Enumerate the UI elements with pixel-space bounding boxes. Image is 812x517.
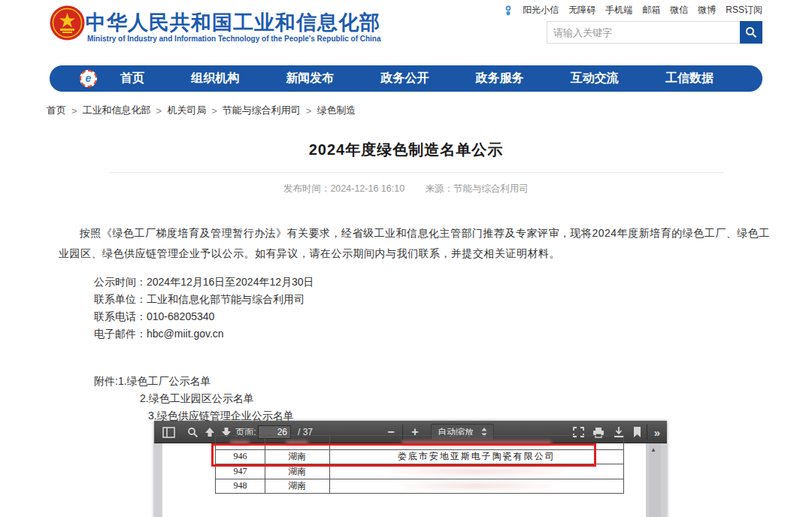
crumb-green-manufacturing: 绿色制造 [317, 104, 356, 117]
bookmark-icon [633, 427, 641, 437]
top-links: 阳光小信 无障碍 手机端 邮箱 微信 微博 RSS订阅 [504, 4, 762, 17]
nav-item-home[interactable]: 首页 [120, 71, 144, 86]
search-document-icon [187, 427, 198, 438]
title-divider [109, 172, 724, 173]
top-link-weibo[interactable]: 微博 [698, 4, 716, 17]
crumb-separator: > [71, 105, 77, 116]
crumb-home[interactable]: 首页 [47, 104, 66, 117]
top-link-mail[interactable]: 邮箱 [642, 4, 660, 17]
site-title: 中华人民共和国工业和信息化部 [86, 9, 380, 36]
top-link-accessibility[interactable]: 无障碍 [568, 4, 595, 17]
article-source: 来源：节能与综合利用司 [426, 183, 529, 194]
pdf-content-area: 946 湖南 娄底市安地亚斯电子陶瓷有限公司 947 湖南 948 湖南 [154, 443, 667, 517]
bookmark-button[interactable] [629, 421, 645, 443]
page: 中华人民共和国工业和信息化部 Ministry of Industry and … [0, 0, 812, 517]
redacted-blur [401, 440, 552, 445]
attachment-link-1[interactable]: 附件:1.绿色工厂公示名单 [94, 375, 211, 389]
contact-unit: 联系单位：工业和信息化部节能与综合利用司 [94, 291, 314, 308]
top-link-rss[interactable]: RSS订阅 [726, 4, 762, 17]
find-button[interactable] [184, 421, 201, 443]
site-subtitle: Ministry of Industry and Information Tec… [87, 35, 381, 43]
nav-item-gov-services[interactable]: 政务服务 [476, 71, 524, 86]
table-row-948: 948 湖南 [215, 479, 624, 494]
table-row-947: 947 湖南 [215, 464, 624, 479]
redacted-blur [401, 481, 552, 491]
more-tools-button[interactable]: » [649, 421, 665, 443]
nav-item-interaction[interactable]: 互动交流 [571, 71, 619, 86]
top-link-sunshine[interactable]: 阳光小信 [523, 4, 559, 17]
nav-item-organization[interactable]: 组织机构 [191, 71, 239, 86]
crumb-departments[interactable]: 机关司局 [167, 104, 206, 117]
cell-num: 948 [216, 479, 265, 494]
contact-phone: 联系电话：010-68205340 [94, 308, 314, 325]
top-link-mobile[interactable]: 手机端 [605, 4, 632, 17]
sunshine-mascot-icon [504, 5, 513, 16]
redacted-blur [390, 467, 563, 476]
contact-period: 公示时间：2024年12月16日至2024年12月30日 [94, 274, 314, 291]
contact-email: 电子邮件：hbc@miit.gov.cn [94, 325, 314, 343]
search-button[interactable] [740, 21, 762, 44]
contact-block: 公示时间：2024年12月16日至2024年12月30日 联系单位：工业和信息化… [94, 274, 314, 343]
crumb-separator: > [306, 105, 312, 116]
arrow-up-icon [205, 427, 215, 437]
nav-item-data[interactable]: 工信数据 [665, 71, 714, 86]
table-row-partial [215, 435, 624, 450]
table-row-946: 946 湖南 娄底市安地亚斯电子陶瓷有限公司 [215, 450, 624, 465]
sidebar-toggle-button[interactable] [160, 421, 177, 443]
redacted-blur [286, 440, 308, 445]
cell-company-redacted [330, 479, 624, 494]
article-title: 2024年度绿色制造名单公示 [0, 140, 812, 160]
scroll-up-arrow-icon[interactable]: ▲ [650, 446, 656, 453]
top-link-wechat[interactable]: 微信 [670, 4, 688, 17]
nav-item-news[interactable]: 新闻发布 [286, 71, 334, 86]
national-emblem-logo [50, 5, 85, 41]
crumb-miit[interactable]: 工业和信息化部 [83, 104, 151, 117]
cell-company-redacted [330, 464, 624, 479]
cell-province: 湖南 [265, 479, 330, 494]
breadcrumb: 首页 > 工业和信息化部 > 机关司局 > 节能与综合利用司 > 绿色制造 [47, 104, 356, 117]
crumb-separator: > [156, 105, 162, 116]
sidebar-toggle-icon [162, 427, 175, 438]
nav-items: 首页 组织机构 新闻发布 政务公开 政务服务 互动交流 工信数据 [97, 71, 737, 86]
toolbar-divider [647, 425, 647, 440]
pdf-viewer: 页面: / 37 − + 自动缩放 [154, 421, 667, 517]
miit-gear-logo-icon: e [80, 70, 97, 87]
crumb-separator: > [211, 105, 217, 116]
article-meta: 发布时间：2024-12-16 16:10 来源：节能与综合利用司 [0, 183, 812, 195]
search-input[interactable] [547, 21, 740, 44]
pdf-table: 946 湖南 娄底市安地亚斯电子陶瓷有限公司 947 湖南 948 湖南 [215, 435, 624, 494]
search-bar [547, 21, 762, 44]
cell-num: 946 [216, 450, 265, 465]
article-paragraph: 按照《绿色工厂梯度培育及管理暂行办法》有关要求，经省级工业和信息化主管部门推荐及… [59, 223, 774, 264]
publish-time: 发布时间：2024-12-16 16:10 [283, 183, 404, 194]
redacted-blur [230, 440, 250, 445]
cell-num: 947 [216, 464, 265, 479]
pdf-page: 946 湖南 娄底市安地亚斯电子陶瓷有限公司 947 湖南 948 湖南 [162, 443, 646, 517]
search-icon [745, 26, 757, 38]
nav-item-gov-disclosure[interactable]: 政务公开 [380, 71, 429, 86]
pdf-scrollbar[interactable]: ▲ [649, 443, 661, 517]
cell-province: 湖南 [265, 450, 330, 465]
attachment-link-2[interactable]: 2.绿色工业园区公示名单 [140, 392, 254, 406]
cell-province: 湖南 [265, 464, 330, 479]
main-nav: e 首页 组织机构 新闻发布 政务公开 政务服务 互动交流 工信数据 [50, 65, 762, 92]
cell-company: 娄底市安地亚斯电子陶瓷有限公司 [330, 450, 624, 465]
crumb-energy-dept[interactable]: 节能与综合利用司 [223, 104, 301, 117]
